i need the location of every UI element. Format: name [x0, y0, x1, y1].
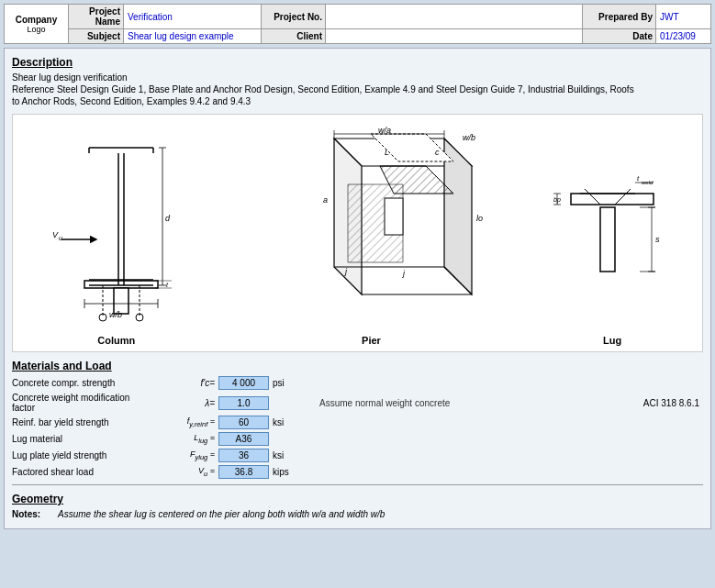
svg-text:t: t [166, 282, 169, 288]
lug-diagram: t weld s bp Lug [553, 120, 672, 346]
lug-material-symbol: Llug = [163, 433, 218, 445]
geometry-header: Geometry [12, 493, 703, 505]
lug-material-input[interactable] [218, 432, 269, 446]
lug-label: Lug [603, 335, 621, 346]
geometry-notes-row: Notes: Assume the shear lug is centered … [12, 509, 703, 519]
pier-label: Pier [362, 335, 381, 346]
mat-row-lug-material: Lug material Llug = [12, 432, 703, 446]
lug-svg: t weld s bp [553, 120, 672, 331]
project-no-label: Project No. [262, 5, 326, 29]
concrete-compr-label: Concrete compr. strength [12, 378, 163, 388]
geometry-notes-text: Assume the shear lug is centered on the … [58, 509, 385, 519]
svg-text:weld: weld [642, 180, 654, 185]
date-label: Date [583, 29, 656, 44]
prepared-by-value: JWT [656, 5, 711, 29]
lug-material-label: Lug material [12, 434, 163, 444]
subject-value: Shear lug design example [124, 29, 262, 44]
column-label: Column [97, 335, 135, 346]
prepared-by-label: Prepared By [583, 5, 656, 29]
page: Company Logo Project Name Verification P… [0, 0, 715, 533]
svg-text:V: V [52, 230, 59, 239]
pier-svg: w/a w/b L c lo a j j [242, 120, 499, 331]
shear-unit: kips [269, 467, 301, 477]
reinf-label: Reinf. bar yield strength [12, 417, 163, 427]
materials-section: Materials and Load Concrete compr. stren… [12, 360, 703, 479]
concrete-weight-label: Concrete weight modificationfactor [12, 393, 163, 413]
svg-rect-9 [84, 281, 158, 288]
column-svg: V u d t w/b [43, 120, 190, 331]
subject-label: Subject [69, 29, 124, 44]
main-content: Description Shear lug design verificatio… [4, 48, 711, 529]
divider [12, 484, 703, 485]
client-label: Client [262, 29, 326, 44]
mat-row-shear: Factored shear load Vu = kips [12, 465, 703, 479]
project-name-label: Project Name [69, 5, 124, 29]
project-name-value: Verification [124, 5, 262, 29]
svg-text:L: L [385, 148, 389, 157]
svg-text:w/b: w/b [463, 133, 475, 142]
lug-yield-unit: ksi [269, 450, 301, 460]
svg-text:w/a: w/a [378, 126, 391, 135]
mat-row-reinf: Reinf. bar yield strength fy,reinf = ksi [12, 416, 703, 429]
svg-text:d: d [165, 214, 171, 223]
concrete-weight-symbol: λ= [163, 398, 218, 408]
company-label: Company [8, 15, 64, 25]
lug-yield-symbol: Fylug = [163, 449, 218, 461]
description-line1: Shear lug design verification [12, 72, 703, 83]
header-table: Company Logo Project Name Verification P… [4, 4, 711, 44]
reinf-symbol: fy,reinf = [163, 416, 218, 428]
svg-text:j: j [402, 269, 406, 278]
logo-label: Logo [8, 25, 64, 34]
geometry-notes-label: Notes: [12, 509, 58, 519]
svg-rect-36 [385, 198, 403, 235]
concrete-weight-ref: ACI 318 8.6.1 [643, 398, 703, 408]
lug-yield-label: Lug plate yield strength [12, 450, 163, 460]
svg-rect-50 [600, 207, 615, 272]
reinf-unit: ksi [269, 417, 301, 427]
pier-diagram: w/a w/b L c lo a j j [242, 120, 499, 346]
svg-text:c: c [435, 148, 440, 157]
mat-row-lug-yield: Lug plate yield strength Fylug = ksi [12, 449, 703, 462]
column-diagram: V u d t w/b [43, 120, 190, 346]
lug-yield-input[interactable] [218, 449, 269, 462]
shear-input[interactable] [218, 465, 269, 479]
svg-text:bp: bp [553, 196, 561, 204]
geometry-section: Geometry Notes: Assume the shear lug is … [12, 493, 703, 519]
svg-text:lo: lo [476, 214, 483, 223]
mat-row-concrete-compr: Concrete compr. strength f'c= psi [12, 376, 703, 390]
concrete-weight-input[interactable] [218, 396, 269, 410]
description-header: Description [12, 56, 703, 69]
shear-symbol: Vu = [163, 466, 218, 478]
svg-text:s: s [655, 235, 660, 244]
concrete-compr-input[interactable] [218, 376, 269, 390]
project-no-value [326, 5, 583, 29]
logo-cell: Company Logo [5, 5, 69, 44]
svg-text:w/b: w/b [109, 310, 122, 319]
shear-label: Factored shear load [12, 467, 163, 477]
concrete-weight-note: Assume normal weight concrete [319, 398, 450, 408]
date-value: 01/23/09 [656, 29, 711, 44]
svg-rect-49 [571, 194, 654, 205]
materials-header: Materials and Load [12, 360, 703, 372]
concrete-compr-symbol: f'c= [163, 378, 218, 388]
reinf-input[interactable] [218, 416, 269, 429]
description-line3: to Anchor Rods, Second Edition, Examples… [12, 96, 703, 106]
diagram-area: V u d t w/b [12, 114, 703, 352]
client-value [326, 29, 583, 44]
description-line2: Reference Steel Design Guide 1, Base Pla… [12, 84, 703, 94]
svg-text:u: u [59, 235, 62, 241]
svg-text:t: t [637, 174, 640, 183]
mat-row-concrete-weight: Concrete weight modificationfactor λ= As… [12, 393, 703, 413]
concrete-compr-unit: psi [269, 378, 301, 388]
svg-text:a: a [323, 195, 328, 205]
